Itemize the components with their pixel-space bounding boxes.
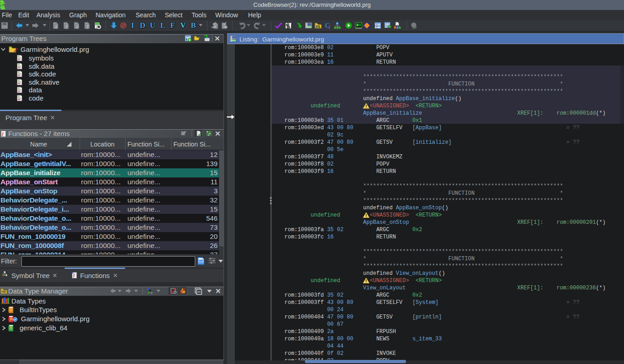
svg-text:DT: DT bbox=[316, 25, 320, 28]
svg-text:DT: DT bbox=[2, 290, 6, 293]
svg-text:f: f bbox=[329, 25, 331, 29]
